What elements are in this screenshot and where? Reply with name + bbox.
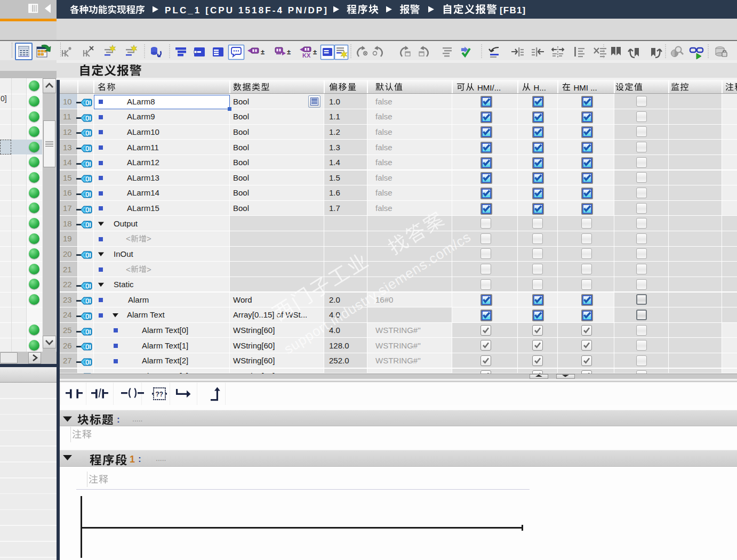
svg-text:??: ?? [156, 391, 164, 398]
svg-text:±: ± [261, 48, 265, 56]
svg-text:KX: KX [302, 52, 311, 59]
svg-text:±: ± [313, 48, 317, 56]
svg-text:±: ± [287, 48, 291, 56]
